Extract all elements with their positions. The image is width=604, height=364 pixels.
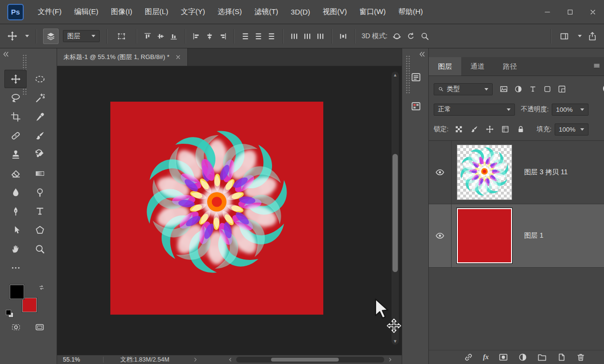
auto-select-target-dropdown[interactable]: 图层 bbox=[63, 30, 100, 42]
filter-adjustment-layers-icon[interactable] bbox=[514, 85, 523, 93]
healing-brush-tool[interactable] bbox=[4, 126, 27, 145]
workspace-chevron-icon[interactable] bbox=[578, 35, 582, 37]
panel-tab-通道[interactable]: 通道 bbox=[461, 57, 494, 76]
roll-3d-button[interactable] bbox=[406, 31, 416, 41]
layer-visibility-toggle[interactable] bbox=[429, 141, 452, 204]
menu-item[interactable]: 选择(S) bbox=[211, 0, 248, 24]
collapsed-panel-button-2[interactable] bbox=[408, 98, 424, 114]
layer-thumbnail[interactable] bbox=[452, 204, 517, 267]
background-color-swatch[interactable] bbox=[22, 298, 37, 312]
distribute-spacing-button[interactable] bbox=[339, 32, 347, 41]
lasso-tool[interactable] bbox=[4, 89, 27, 107]
menu-item[interactable]: 视图(V) bbox=[317, 0, 353, 24]
screen-mode-button[interactable] bbox=[35, 322, 45, 332]
opacity-field[interactable]: 100% bbox=[552, 104, 589, 116]
document-tab[interactable]: 未标题-1 @ 55.1% (图层 1, RGB/8#) * bbox=[57, 48, 188, 66]
layer-filter-dropdown[interactable]: 类型 bbox=[434, 83, 493, 95]
more-tools[interactable] bbox=[4, 258, 27, 277]
layer-row[interactable]: 图层 1 bbox=[429, 204, 604, 268]
scroll-left-arrow[interactable] bbox=[227, 357, 233, 363]
path-selection-tool[interactable] bbox=[4, 221, 27, 239]
canvas-image[interactable] bbox=[110, 102, 323, 315]
expand-panels-icon[interactable] bbox=[419, 51, 425, 58]
vertical-scroll-thumb[interactable] bbox=[393, 154, 398, 272]
align-bottom-edges-button[interactable] bbox=[169, 32, 178, 41]
distribute-top-edges-button[interactable] bbox=[241, 32, 250, 41]
type-tool[interactable] bbox=[29, 202, 51, 220]
horizontal-scrollbar[interactable] bbox=[236, 357, 384, 363]
menu-item[interactable]: 图层(L) bbox=[138, 0, 174, 24]
layer-style-button[interactable]: fx bbox=[483, 353, 489, 361]
auto-select-toggle[interactable] bbox=[43, 29, 59, 44]
pen-tool[interactable] bbox=[4, 202, 27, 220]
new-adjustment-layer-button[interactable] bbox=[518, 352, 528, 362]
lock-position-icon[interactable] bbox=[485, 125, 494, 134]
menu-item[interactable]: 编辑(E) bbox=[68, 0, 105, 24]
move-tool[interactable] bbox=[4, 70, 27, 88]
marquee-tool[interactable] bbox=[29, 70, 51, 88]
blur-tool[interactable] bbox=[4, 183, 27, 201]
maximize-button[interactable] bbox=[559, 0, 581, 24]
menu-item[interactable]: 窗口(W) bbox=[353, 0, 392, 24]
tab-close-icon[interactable] bbox=[175, 54, 181, 60]
align-horizontal-centers-button[interactable] bbox=[205, 32, 214, 41]
collapse-tools-icon[interactable] bbox=[2, 51, 9, 58]
eyedropper-tool[interactable] bbox=[29, 107, 51, 126]
layer-name[interactable]: 图层 3 拷贝 11 bbox=[517, 141, 604, 204]
distribute-left-edges-button[interactable] bbox=[290, 32, 299, 41]
tool-preset-chevron-icon[interactable] bbox=[25, 35, 29, 37]
align-vertical-centers-button[interactable] bbox=[156, 32, 165, 41]
filter-type-layers-icon[interactable] bbox=[528, 85, 537, 93]
distribute-horizontal-centers-button[interactable] bbox=[303, 32, 312, 41]
distribute-bottom-edges-button[interactable] bbox=[267, 32, 276, 41]
filter-shape-layers-icon[interactable] bbox=[543, 85, 552, 93]
filter-pixel-layers-icon[interactable] bbox=[499, 85, 508, 93]
align-top-edges-button[interactable] bbox=[143, 32, 152, 41]
filter-smart-objects-icon[interactable] bbox=[558, 85, 566, 93]
distribute-right-edges-button[interactable] bbox=[316, 32, 325, 41]
scroll-down-arrow[interactable]: ▼ bbox=[392, 338, 399, 345]
lock-all-icon[interactable] bbox=[516, 125, 525, 134]
delete-layer-button[interactable] bbox=[576, 352, 586, 362]
close-button[interactable] bbox=[581, 0, 604, 24]
hand-tool[interactable] bbox=[4, 240, 27, 258]
layer-thumbnail[interactable] bbox=[452, 141, 517, 204]
eraser-tool[interactable] bbox=[4, 164, 27, 182]
new-layer-button[interactable] bbox=[557, 352, 566, 362]
collapsed-panel-button-1[interactable] bbox=[408, 69, 424, 85]
zoom-level-field[interactable]: 55.1% bbox=[63, 356, 80, 363]
lock-artboard-icon[interactable] bbox=[501, 125, 510, 134]
shape-tool[interactable] bbox=[29, 221, 51, 239]
history-brush-tool[interactable] bbox=[29, 145, 51, 164]
lock-transparent-pixels-icon[interactable] bbox=[454, 125, 463, 134]
clone-stamp-tool[interactable] bbox=[4, 145, 27, 164]
zoom-3d-button[interactable] bbox=[420, 31, 430, 41]
status-menu-chevron-icon[interactable] bbox=[193, 357, 198, 363]
foreground-color-swatch[interactable] bbox=[10, 285, 24, 299]
default-colors-icon[interactable] bbox=[6, 310, 14, 318]
magic-wand-tool[interactable] bbox=[29, 89, 51, 107]
panel-tab-路径[interactable]: 路径 bbox=[494, 57, 526, 76]
blend-mode-dropdown[interactable]: 正常 bbox=[434, 104, 515, 116]
scroll-right-arrow[interactable] bbox=[387, 357, 393, 363]
link-layers-button[interactable] bbox=[464, 352, 473, 362]
brush-tool[interactable] bbox=[29, 126, 51, 145]
distribute-vertical-centers-button[interactable] bbox=[254, 32, 263, 41]
quick-mask-button[interactable] bbox=[11, 322, 21, 332]
fill-field[interactable]: 100% bbox=[555, 123, 589, 136]
align-right-edges-button[interactable] bbox=[218, 32, 227, 41]
panel-menu-icon[interactable] bbox=[593, 62, 601, 70]
horizontal-scroll-thumb[interactable] bbox=[271, 358, 339, 362]
share-button[interactable] bbox=[588, 31, 597, 41]
panel-tab-图层[interactable]: 图层 bbox=[429, 57, 461, 76]
crop-tool[interactable] bbox=[4, 107, 27, 126]
vertical-scrollbar[interactable]: ▲ ▼ bbox=[392, 72, 399, 345]
layer-row[interactable]: 图层 3 拷贝 11 bbox=[429, 141, 604, 204]
orbit-3d-button[interactable] bbox=[392, 31, 402, 41]
menu-item[interactable]: 文字(Y) bbox=[175, 0, 211, 24]
layer-name[interactable]: 图层 1 bbox=[517, 204, 604, 267]
menu-item[interactable]: 帮助(H) bbox=[392, 0, 429, 24]
menu-item[interactable]: 3D(D) bbox=[285, 0, 317, 24]
menu-item[interactable]: 滤镜(T) bbox=[248, 0, 285, 24]
menu-item[interactable]: 图像(I) bbox=[105, 0, 138, 24]
